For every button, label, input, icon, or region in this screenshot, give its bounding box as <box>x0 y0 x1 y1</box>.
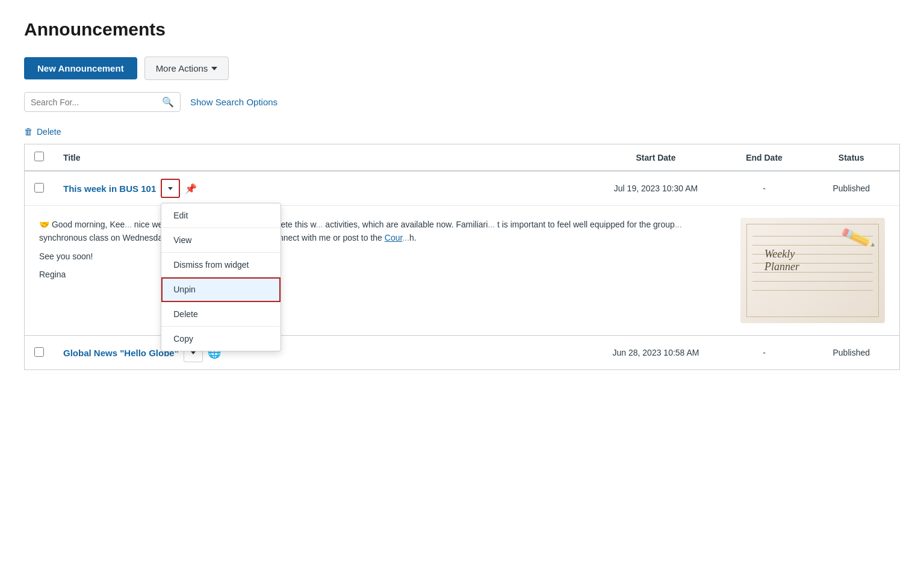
menu-item-unpin[interactable]: Unpin <box>161 277 281 302</box>
row-title-cell: Global News "Hello Globe" 🌐 <box>54 336 587 370</box>
header-end-date: End Date <box>725 144 804 171</box>
chevron-down-small-icon <box>168 187 173 190</box>
header-title: Title <box>54 144 587 171</box>
row-status: Published <box>804 171 900 205</box>
menu-item-dismiss-widget[interactable]: Dismiss from widget <box>161 253 281 277</box>
header-status: Status <box>804 144 900 171</box>
show-search-options-link[interactable]: Show Search Options <box>190 97 278 107</box>
delete-label: Delete <box>37 127 61 137</box>
row-end-date-2: - <box>725 336 804 370</box>
notebook-text: WeeklyPlanner <box>764 248 799 273</box>
trash-icon: 🗑 <box>24 126 33 137</box>
row-dropdown-button[interactable] <box>161 179 180 198</box>
announcements-table: Title Start Date End Date Status This we… <box>24 144 900 370</box>
expanded-paragraph-1: 🤝 Good morning, Kee... nice weekend! Ple… <box>39 218 726 245</box>
toolbar: New Announcement More Actions <box>24 57 900 80</box>
expanded-content-row: 🤝 Good morning, Kee... nice weekend! Ple… <box>25 205 900 336</box>
chevron-down-small-icon-2 <box>191 351 196 354</box>
new-announcement-button[interactable]: New Announcement <box>24 57 137 79</box>
row-checkbox-cell <box>25 336 54 370</box>
table-row: This week in BUS 101 Edit View Dismiss f… <box>25 171 900 205</box>
search-icon: 🔍 <box>162 96 174 108</box>
search-box: 🔍 <box>24 92 181 112</box>
expanded-content: 🤝 Good morning, Kee... nice weekend! Ple… <box>25 205 899 335</box>
row-checkbox-cell <box>25 171 54 205</box>
menu-item-copy[interactable]: Copy <box>161 327 281 351</box>
menu-item-edit[interactable]: Edit <box>161 203 281 228</box>
menu-item-delete[interactable]: Delete <box>161 302 281 327</box>
title-cell: This week in BUS 101 Edit View Dismiss f… <box>63 179 577 198</box>
search-input[interactable] <box>31 97 160 107</box>
page-title: Announcements <box>24 19 900 40</box>
row-checkbox[interactable] <box>34 183 44 193</box>
search-row: 🔍 Show Search Options <box>24 92 900 112</box>
page-wrapper: Announcements New Announcement More Acti… <box>0 0 924 389</box>
pin-icon: 📌 <box>185 183 197 194</box>
course-link[interactable]: Cour <box>385 233 403 242</box>
expanded-content-cell: 🤝 Good morning, Kee... nice weekend! Ple… <box>25 205 900 336</box>
row-title-cell: This week in BUS 101 Edit View Dismiss f… <box>54 171 587 205</box>
title-cell: Global News "Hello Globe" 🌐 <box>63 343 577 362</box>
menu-item-view[interactable]: View <box>161 228 281 253</box>
row-status-2: Published <box>804 336 900 370</box>
chevron-down-icon <box>211 67 217 70</box>
delete-row[interactable]: 🗑 Delete <box>24 126 900 137</box>
table-body: This week in BUS 101 Edit View Dismiss f… <box>25 171 900 370</box>
announcement-image: WeeklyPlanner ✏️ <box>740 218 885 323</box>
table-header-row: Title Start Date End Date Status <box>25 144 900 171</box>
expanded-text: 🤝 Good morning, Kee... nice weekend! Ple… <box>39 218 726 323</box>
header-start-date: Start Date <box>587 144 725 171</box>
row-checkbox[interactable] <box>34 347 44 357</box>
more-actions-label: More Actions <box>156 63 208 73</box>
more-actions-button[interactable]: More Actions <box>144 57 229 80</box>
header-checkbox-cell <box>25 144 54 171</box>
dropdown-menu-wrapper: Edit View Dismiss from widget Unpin Dele… <box>161 179 180 198</box>
row-start-date: Jul 19, 2023 10:30 AM <box>587 171 725 205</box>
table-row: Global News "Hello Globe" 🌐 Jun 28, 2023… <box>25 336 900 370</box>
announcement-title-link[interactable]: This week in BUS 101 <box>63 184 156 194</box>
select-all-checkbox[interactable] <box>34 152 44 161</box>
expanded-signature: Regina <box>39 268 726 281</box>
dropdown-menu: Edit View Dismiss from widget Unpin Dele… <box>161 203 281 351</box>
table-header: Title Start Date End Date Status <box>25 144 900 171</box>
row-end-date: - <box>725 171 804 205</box>
row-start-date-2: Jun 28, 2023 10:58 AM <box>587 336 725 370</box>
expanded-see-you-soon: See you soon! <box>39 250 726 263</box>
